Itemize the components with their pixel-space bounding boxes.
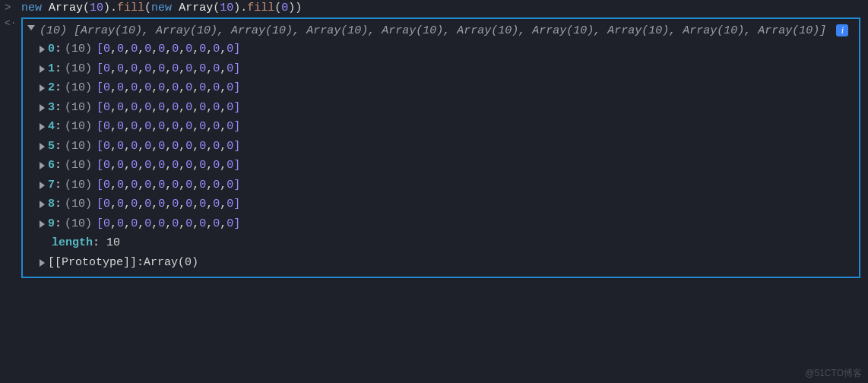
array-value: 0 [185,214,192,234]
chevron-right-icon[interactable] [40,104,45,112]
array-value: 0 [227,156,233,176]
code-token: )) [288,2,302,14]
array-value: 0 [227,214,233,234]
array-value: 0 [227,78,233,98]
summary-body: [Array(10), Array(10), Array(10), Array(… [74,24,826,37]
array-value: 0 [131,176,138,195]
length-key: length [52,236,93,249]
length-value: 10 [106,236,120,249]
chevron-right-icon[interactable] [40,162,45,169]
code-token: ( [83,2,90,14]
array-value: 0 [172,117,179,137]
info-icon[interactable]: i [836,24,848,36]
code-token: ( [144,2,151,14]
chevron-right-icon[interactable] [40,259,45,267]
array-value: 0 [144,214,151,234]
chevron-right-icon[interactable] [40,220,45,228]
row-count: (10) [65,78,92,98]
row-index: 3 [48,98,55,118]
array-value: 0 [131,98,138,118]
array-value: 0 [227,59,233,79]
row-index: 7 [48,176,55,195]
array-value: 0 [172,59,179,79]
array-value: 0 [213,156,220,176]
array-value: 0 [185,156,192,176]
row-count: (10) [65,156,92,176]
array-value: 0 [158,214,165,234]
array-value: 0 [199,156,206,176]
chevron-right-icon[interactable] [40,182,45,189]
code-token: 10 [220,2,233,14]
prototype-property[interactable]: [[Prototype]]: Array(0) [29,253,853,273]
array-value: 0 [185,137,192,157]
array-value: 0 [131,137,138,157]
array-value: 0 [158,98,165,118]
array-value: 0 [131,59,138,79]
array-value: 0 [158,195,165,214]
array-value: 0 [213,59,220,79]
summary-count: (10) [40,24,67,37]
array-value: 0 [144,137,151,157]
array-row[interactable]: 9: (10)[0, 0, 0, 0, 0, 0, 0, 0, 0, 0] [29,214,853,234]
array-value: 0 [172,214,179,234]
array-value: 0 [117,40,124,59]
array-value: 0 [199,214,206,234]
array-value: 0 [158,117,165,137]
length-property: length: 10 [29,233,853,253]
input-prompt-icon: > [5,2,21,14]
code-token: new [151,2,179,14]
array-value: 0 [185,98,192,118]
prototype-value: Array(0) [144,253,198,273]
row-count: (10) [65,59,92,79]
array-row[interactable]: 5: (10)[0, 0, 0, 0, 0, 0, 0, 0, 0, 0] [29,137,853,157]
array-row[interactable]: 1: (10)[0, 0, 0, 0, 0, 0, 0, 0, 0, 0] [29,59,853,79]
row-count: (10) [65,195,92,214]
row-index: 2 [48,78,55,98]
array-value: 0 [213,98,220,118]
row-index: 0 [48,40,55,59]
array-row[interactable]: 8: (10)[0, 0, 0, 0, 0, 0, 0, 0, 0, 0] [29,195,853,214]
array-value: 0 [103,195,110,214]
array-row[interactable]: 0: (10)[0, 0, 0, 0, 0, 0, 0, 0, 0, 0] [29,40,853,59]
array-value: 0 [185,176,192,195]
code-token: new [21,2,49,14]
array-value: 0 [213,78,220,98]
array-value: 0 [131,195,138,214]
array-value: 0 [117,117,124,137]
array-row[interactable]: 3: (10)[0, 0, 0, 0, 0, 0, 0, 0, 0, 0] [29,98,853,118]
array-value: 0 [131,117,138,137]
array-value: 0 [227,117,233,137]
code-token: ). [233,2,247,14]
array-value: 0 [158,156,165,176]
array-row[interactable]: 2: (10)[0, 0, 0, 0, 0, 0, 0, 0, 0, 0] [29,78,853,98]
chevron-right-icon[interactable] [40,46,45,53]
array-value: 0 [185,78,192,98]
expand-toggle-icon[interactable] [27,25,35,30]
array-value: 0 [213,214,220,234]
array-summary[interactable]: (10) [Array(10), Array(10), Array(10), A… [29,22,853,40]
console-output-line: <· (10) [Array(10), Array(10), Array(10)… [0,16,868,284]
array-value: 0 [213,176,220,195]
code-token: 10 [90,2,103,14]
row-count: (10) [65,176,92,195]
chevron-right-icon[interactable] [40,84,45,92]
array-value: 0 [199,78,206,98]
chevron-right-icon[interactable] [40,65,45,73]
chevron-right-icon[interactable] [40,143,45,150]
row-count: (10) [65,98,92,118]
array-value: 0 [227,176,233,195]
result-container: (10) [Array(10), Array(10), Array(10), A… [21,17,860,278]
array-row[interactable]: 4: (10)[0, 0, 0, 0, 0, 0, 0, 0, 0, 0] [29,117,853,137]
chevron-right-icon[interactable] [40,201,45,208]
array-value: 0 [227,195,233,214]
array-row[interactable]: 6: (10)[0, 0, 0, 0, 0, 0, 0, 0, 0, 0] [29,156,853,176]
chevron-right-icon[interactable] [40,123,45,131]
array-value: 0 [172,40,179,59]
array-value: 0 [117,137,124,157]
array-value: 0 [131,156,138,176]
array-value: 0 [117,176,124,195]
array-row[interactable]: 7: (10)[0, 0, 0, 0, 0, 0, 0, 0, 0, 0] [29,176,853,195]
array-value: 0 [172,137,179,157]
row-index: 5 [48,137,55,157]
array-value: 0 [199,117,206,137]
